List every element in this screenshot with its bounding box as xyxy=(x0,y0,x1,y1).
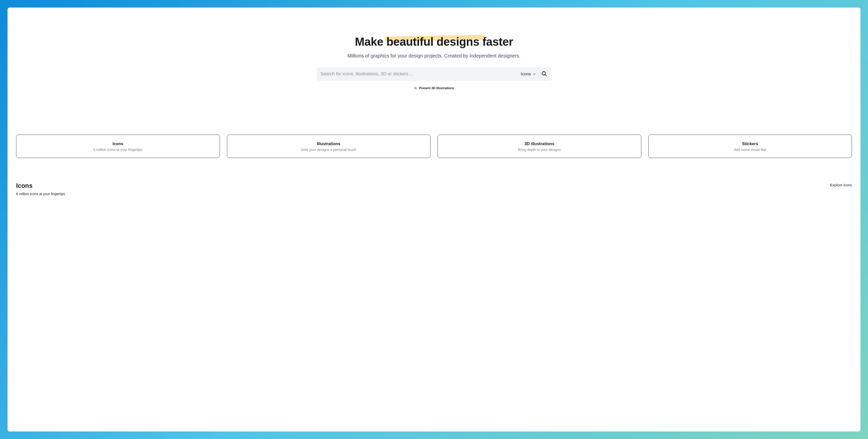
card-subtitle: Bring depth to your designs xyxy=(442,148,637,152)
card-title: 3D illustrations xyxy=(442,141,637,146)
card-title: Icons xyxy=(20,141,216,146)
hero-subtitle: Millions of graphics for your design pro… xyxy=(308,53,560,59)
svg-line-3 xyxy=(416,89,416,89)
card-subtitle: 6 million icons at your fingertips xyxy=(20,148,216,152)
search-icon xyxy=(414,87,417,90)
section-subtitle: 6 million icons at your fingertips xyxy=(16,192,65,196)
suggestion-label: Present 3D Illustrations xyxy=(419,87,454,90)
card-title: Stickers xyxy=(653,141,848,146)
search-input[interactable] xyxy=(320,67,517,81)
hero: Make beautiful designs faster Millions o… xyxy=(308,35,560,59)
icons-section-header: Icons 6 million icons at your fingertips… xyxy=(7,182,861,196)
search-button[interactable] xyxy=(539,70,548,78)
card-subtitle: Add some visual flair xyxy=(653,148,848,152)
section-title: Icons xyxy=(16,182,65,189)
explore-icons-link[interactable]: Explore icons xyxy=(830,182,852,187)
card-illustrations[interactable]: Illustrations Give your designs a person… xyxy=(227,135,431,158)
hero-title-highlight-wrap: beautiful designs xyxy=(386,35,479,48)
search-icon xyxy=(541,71,547,77)
hero-title: Make beautiful designs faster xyxy=(355,35,513,48)
search-bar: Icons xyxy=(317,67,551,81)
section-heading-group: Icons 6 million icons at your fingertips xyxy=(16,182,65,196)
svg-line-1 xyxy=(545,75,546,76)
card-subtitle: Give your designs a personal touch xyxy=(231,148,427,152)
hero-title-highlight: beautiful designs xyxy=(386,35,479,48)
search-suggestion[interactable]: Present 3D Illustrations xyxy=(317,87,551,90)
search-filter-label: Icons xyxy=(521,72,531,77)
card-title: Illustrations xyxy=(231,141,427,146)
hero-title-pre: Make xyxy=(355,35,386,48)
card-3d-illustrations[interactable]: 3D illustrations Bring depth to your des… xyxy=(437,135,641,158)
card-stickers[interactable]: Stickers Add some visual flair xyxy=(648,135,852,158)
hero-title-post: faster xyxy=(479,35,513,48)
chevron-down-icon xyxy=(532,72,536,76)
search-filter-dropdown[interactable]: Icons xyxy=(517,72,539,77)
card-icons[interactable]: Icons 6 million icons at your fingertips xyxy=(16,135,220,158)
category-cards: Icons 6 million icons at your fingertips… xyxy=(7,135,861,158)
search-container: Icons Present 3D Illustrations xyxy=(317,67,551,90)
page-container: Make beautiful designs faster Millions o… xyxy=(7,7,861,432)
